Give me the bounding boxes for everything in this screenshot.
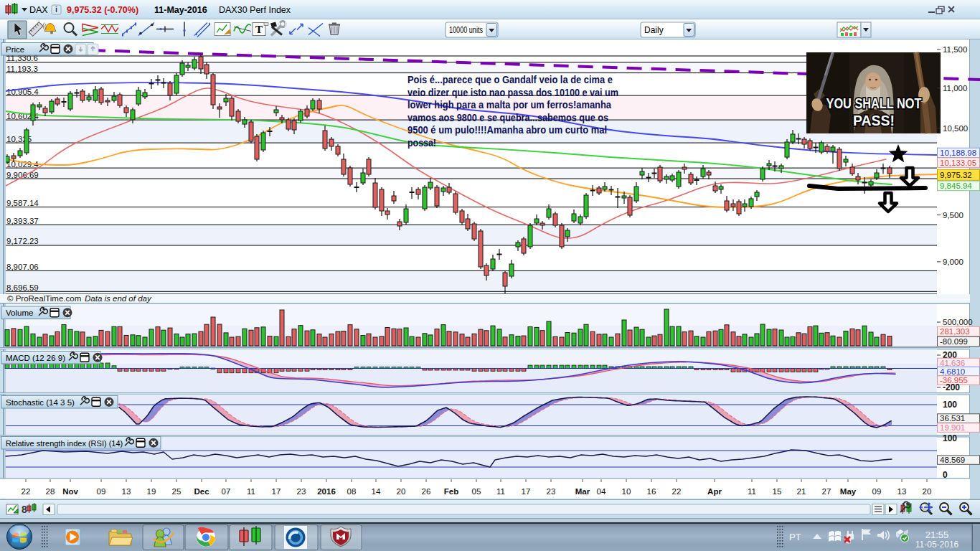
svg-text:Apr: Apr [707, 487, 722, 496]
svg-text:11-May-2016: 11-May-2016 [154, 5, 207, 15]
svg-text:DAX30 Perf Index: DAX30 Perf Index [219, 5, 291, 15]
svg-text:DAX: DAX [29, 5, 48, 15]
svg-text:100: 100 [943, 433, 957, 443]
svg-text:41.636: 41.636 [940, 359, 965, 367]
svg-text:9,975.32: 9,975.32 [940, 171, 972, 179]
svg-text:22: 22 [22, 487, 31, 496]
svg-text:i: i [55, 5, 57, 14]
svg-text:11: 11 [748, 487, 756, 496]
svg-text:9,975.32 (-0.70%): 9,975.32 (-0.70%) [67, 5, 138, 15]
svg-text:281,303: 281,303 [940, 327, 970, 336]
svg-text:05: 05 [472, 487, 481, 496]
svg-text:YOU SHALL NOT: YOU SHALL NOT [826, 95, 922, 111]
svg-text:17: 17 [522, 487, 531, 496]
svg-text:9,000: 9,000 [943, 258, 963, 266]
svg-text:21: 21 [797, 487, 806, 496]
svg-text:25: 25 [172, 487, 182, 496]
svg-text:Dec: Dec [194, 487, 209, 496]
svg-text:17: 17 [272, 487, 281, 496]
svg-text:Nov: Nov [62, 487, 78, 496]
svg-text:8,696.59: 8,696.59 [6, 283, 39, 292]
svg-text:10,500: 10,500 [943, 124, 968, 133]
svg-text:9,845.94: 9,845.94 [940, 182, 972, 190]
svg-text:PASS!: PASS! [853, 113, 895, 128]
svg-text:11-05-2016: 11-05-2016 [915, 540, 959, 550]
svg-text:Relative strength index (RSI): Relative strength index (RSI) (14) [6, 439, 123, 448]
svg-text:28: 28 [46, 487, 55, 496]
svg-text:20: 20 [397, 487, 406, 496]
svg-text:10: 10 [622, 487, 631, 496]
svg-text:27: 27 [822, 487, 831, 496]
svg-text:21:55: 21:55 [925, 529, 949, 540]
svg-text:4.6810: 4.6810 [940, 367, 965, 376]
svg-text:13: 13 [897, 487, 907, 496]
svg-text:11: 11 [496, 487, 505, 496]
svg-text:08: 08 [347, 487, 357, 496]
svg-text:2016: 2016 [317, 487, 336, 496]
svg-text:16: 16 [647, 487, 656, 496]
svg-text:PT: PT [789, 532, 801, 542]
svg-text:lower high para a malta por um: lower high para a malta por um ferros!am… [407, 99, 612, 110]
svg-text:T: T [255, 24, 263, 35]
svg-text:09: 09 [872, 487, 882, 496]
svg-text:10,133.05: 10,133.05 [940, 159, 976, 167]
svg-text:19.901: 19.901 [940, 423, 965, 432]
svg-text:20: 20 [923, 487, 932, 496]
svg-text:9,500: 9,500 [943, 211, 963, 220]
svg-text:Volume: Volume [6, 309, 33, 317]
svg-text:13: 13 [122, 487, 131, 496]
svg-text:22: 22 [672, 487, 682, 496]
svg-text:Pois é...parece que o Gandalf: Pois é...parece que o Gandalf veio la de… [407, 74, 613, 85]
svg-text:10000 units: 10000 units [449, 25, 483, 35]
svg-text:Price: Price [6, 45, 24, 54]
svg-text:10,188.98: 10,188.98 [940, 149, 976, 157]
svg-text:11,500: 11,500 [943, 45, 967, 54]
svg-text:9,172.23: 9,172.23 [6, 237, 39, 245]
svg-text:36.531: 36.531 [940, 414, 965, 423]
svg-text:26: 26 [422, 487, 431, 496]
svg-text:Stochastic (14 3 5): Stochastic (14 3 5) [6, 398, 75, 407]
svg-text:14: 14 [372, 487, 381, 496]
svg-text:9,906.69: 9,906.69 [6, 171, 39, 179]
svg-text:11: 11 [247, 487, 255, 496]
svg-text:19: 19 [147, 487, 156, 496]
svg-text:8,907.06: 8,907.06 [6, 263, 39, 271]
svg-text:11,000: 11,000 [943, 84, 967, 93]
svg-text:11,193.3: 11,193.3 [6, 65, 38, 73]
svg-text:07: 07 [222, 487, 231, 496]
svg-text:04: 04 [597, 487, 606, 496]
svg-text:possa!: possa! [407, 137, 436, 149]
svg-text:09: 09 [97, 487, 106, 496]
svg-text:9,393.37: 9,393.37 [6, 217, 39, 225]
svg-text:veio dizer que isto nao passa: veio dizer que isto nao passa dos 10100 … [407, 87, 618, 98]
svg-text:Data is end of day: Data is end of day [85, 294, 152, 303]
svg-text:9,587.14: 9,587.14 [6, 199, 39, 207]
svg-text:vamos aos 9800 e se quebra...s: vamos aos 9800 e se quebra...sabemos que… [407, 112, 608, 123]
svg-text:Daily: Daily [644, 25, 664, 35]
svg-text:© ProRealTime.com: © ProRealTime.com [7, 294, 81, 303]
svg-text:500,000: 500,000 [943, 318, 973, 326]
svg-text:9500 é um pulo!!!!Amanha abro: 9500 é um pulo!!!!Amanha abro um curto m… [407, 124, 607, 136]
svg-text:-200: -200 [943, 382, 960, 392]
svg-text:48.569: 48.569 [940, 456, 965, 464]
svg-text:100: 100 [943, 400, 957, 410]
svg-text:MACD (12 26 9): MACD (12 26 9) [6, 354, 65, 362]
svg-text:8: 8 [22, 504, 27, 515]
svg-text:23: 23 [297, 487, 306, 496]
svg-text:15: 15 [773, 487, 782, 496]
svg-text:Mar: Mar [575, 487, 590, 496]
svg-text:Feb: Feb [444, 487, 458, 496]
svg-text:May: May [840, 487, 857, 496]
svg-text:23: 23 [547, 487, 556, 496]
svg-text:-80.099: -80.099 [940, 337, 968, 346]
